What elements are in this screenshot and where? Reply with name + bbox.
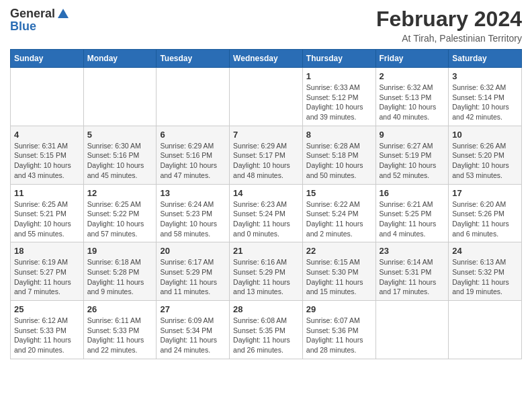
day-info: Sunrise: 6:25 AM Sunset: 5:21 PM Dayligh… (14, 199, 80, 239)
day-number: 13 (160, 188, 226, 198)
day-number: 25 (14, 304, 80, 314)
calendar-cell: 3Sunrise: 6:32 AM Sunset: 5:14 PM Daylig… (449, 68, 522, 126)
day-number: 27 (160, 304, 226, 314)
day-number: 26 (87, 304, 153, 314)
day-number: 16 (380, 188, 445, 198)
calendar-cell: 22Sunrise: 6:15 AM Sunset: 5:30 PM Dayli… (302, 242, 375, 301)
day-info: Sunrise: 6:26 AM Sunset: 5:20 PM Dayligh… (452, 141, 518, 181)
calendar-body: 1Sunrise: 6:33 AM Sunset: 5:12 PM Daylig… (11, 68, 522, 359)
calendar-cell: 1Sunrise: 6:33 AM Sunset: 5:12 PM Daylig… (302, 68, 375, 126)
calendar-cell: 29Sunrise: 6:07 AM Sunset: 5:36 PM Dayli… (302, 301, 375, 359)
day-header-tuesday: Tuesday (157, 50, 230, 68)
calendar-cell (230, 68, 303, 126)
calendar-cell: 13Sunrise: 6:24 AM Sunset: 5:23 PM Dayli… (157, 184, 230, 242)
day-number: 12 (87, 188, 153, 198)
calendar-cell (449, 301, 522, 359)
day-header-friday: Friday (375, 50, 449, 68)
calendar-cell: 21Sunrise: 6:16 AM Sunset: 5:29 PM Dayli… (230, 242, 303, 301)
day-info: Sunrise: 6:17 AM Sunset: 5:29 PM Dayligh… (160, 257, 226, 297)
day-number: 10 (452, 130, 518, 140)
calendar-cell: 25Sunrise: 6:12 AM Sunset: 5:33 PM Dayli… (11, 301, 84, 359)
calendar-cell: 6Sunrise: 6:29 AM Sunset: 5:16 PM Daylig… (157, 126, 230, 184)
calendar-cell: 2Sunrise: 6:32 AM Sunset: 5:13 PM Daylig… (375, 68, 449, 126)
day-info: Sunrise: 6:32 AM Sunset: 5:14 PM Dayligh… (452, 83, 518, 122)
calendar-cell: 8Sunrise: 6:28 AM Sunset: 5:18 PM Daylig… (302, 126, 375, 184)
day-header-saturday: Saturday (449, 50, 522, 68)
day-number: 11 (14, 188, 80, 198)
calendar-cell: 10Sunrise: 6:26 AM Sunset: 5:20 PM Dayli… (449, 126, 522, 184)
calendar-cell: 27Sunrise: 6:09 AM Sunset: 5:34 PM Dayli… (157, 301, 230, 359)
calendar-cell: 12Sunrise: 6:25 AM Sunset: 5:22 PM Dayli… (83, 184, 157, 242)
header: General Blue February 2024 At Tirah, Pal… (10, 7, 522, 44)
day-number: 23 (380, 246, 445, 256)
day-number: 15 (306, 188, 372, 198)
calendar-cell: 26Sunrise: 6:11 AM Sunset: 5:33 PM Dayli… (83, 301, 157, 359)
day-header-sunday: Sunday (11, 50, 84, 68)
calendar-week-row: 4Sunrise: 6:31 AM Sunset: 5:15 PM Daylig… (11, 126, 522, 184)
logo-blue-text: Blue (10, 19, 36, 34)
calendar-header-row: SundayMondayTuesdayWednesdayThursdayFrid… (11, 50, 522, 68)
day-number: 5 (87, 130, 153, 140)
day-number: 8 (306, 130, 372, 140)
day-info: Sunrise: 6:21 AM Sunset: 5:25 PM Dayligh… (380, 199, 445, 239)
day-info: Sunrise: 6:12 AM Sunset: 5:33 PM Dayligh… (14, 316, 80, 355)
calendar-cell: 20Sunrise: 6:17 AM Sunset: 5:29 PM Dayli… (157, 242, 230, 301)
day-info: Sunrise: 6:13 AM Sunset: 5:32 PM Dayligh… (452, 257, 518, 297)
calendar-cell: 7Sunrise: 6:29 AM Sunset: 5:17 PM Daylig… (230, 126, 303, 184)
day-info: Sunrise: 6:27 AM Sunset: 5:19 PM Dayligh… (380, 141, 445, 181)
calendar-cell: 11Sunrise: 6:25 AM Sunset: 5:21 PM Dayli… (11, 184, 84, 242)
subtitle: At Tirah, Palestinian Territory (376, 33, 522, 44)
title-area: February 2024 At Tirah, Palestinian Terr… (376, 7, 522, 44)
day-info: Sunrise: 6:19 AM Sunset: 5:27 PM Dayligh… (14, 257, 80, 297)
day-number: 24 (452, 246, 518, 256)
day-number: 19 (87, 246, 153, 256)
calendar-cell: 9Sunrise: 6:27 AM Sunset: 5:19 PM Daylig… (375, 126, 449, 184)
day-info: Sunrise: 6:29 AM Sunset: 5:16 PM Dayligh… (160, 141, 226, 181)
calendar-cell: 24Sunrise: 6:13 AM Sunset: 5:32 PM Dayli… (449, 242, 522, 301)
calendar-week-row: 11Sunrise: 6:25 AM Sunset: 5:21 PM Dayli… (11, 184, 522, 242)
day-header-thursday: Thursday (302, 50, 375, 68)
day-header-wednesday: Wednesday (230, 50, 303, 68)
day-number: 3 (452, 71, 518, 81)
day-number: 9 (380, 130, 445, 140)
calendar-cell (83, 68, 157, 126)
calendar-cell: 28Sunrise: 6:08 AM Sunset: 5:35 PM Dayli… (230, 301, 303, 359)
day-info: Sunrise: 6:14 AM Sunset: 5:31 PM Dayligh… (380, 257, 445, 297)
calendar-cell: 16Sunrise: 6:21 AM Sunset: 5:25 PM Dayli… (375, 184, 449, 242)
day-number: 28 (233, 304, 299, 314)
day-number: 1 (306, 71, 372, 81)
day-number: 6 (160, 130, 226, 140)
logo: General Blue (10, 7, 70, 34)
day-info: Sunrise: 6:07 AM Sunset: 5:36 PM Dayligh… (306, 316, 372, 355)
day-info: Sunrise: 6:31 AM Sunset: 5:15 PM Dayligh… (14, 141, 80, 181)
logo-general-text: General (10, 7, 55, 21)
day-number: 7 (233, 130, 299, 140)
logo-icon (56, 7, 70, 21)
calendar-cell: 23Sunrise: 6:14 AM Sunset: 5:31 PM Dayli… (375, 242, 449, 301)
day-number: 14 (233, 188, 299, 198)
day-info: Sunrise: 6:32 AM Sunset: 5:13 PM Dayligh… (380, 83, 445, 122)
calendar-cell (11, 68, 84, 126)
calendar-cell: 4Sunrise: 6:31 AM Sunset: 5:15 PM Daylig… (11, 126, 84, 184)
day-info: Sunrise: 6:11 AM Sunset: 5:33 PM Dayligh… (87, 316, 153, 355)
calendar-table: SundayMondayTuesdayWednesdayThursdayFrid… (10, 49, 522, 359)
day-info: Sunrise: 6:09 AM Sunset: 5:34 PM Dayligh… (160, 316, 226, 355)
day-info: Sunrise: 6:30 AM Sunset: 5:16 PM Dayligh… (87, 141, 153, 181)
day-number: 22 (306, 246, 372, 256)
day-info: Sunrise: 6:29 AM Sunset: 5:17 PM Dayligh… (233, 141, 299, 181)
calendar-cell (157, 68, 230, 126)
day-number: 4 (14, 130, 80, 140)
day-number: 17 (452, 188, 518, 198)
svg-marker-0 (58, 9, 69, 18)
calendar-week-row: 18Sunrise: 6:19 AM Sunset: 5:27 PM Dayli… (11, 242, 522, 301)
day-number: 18 (14, 246, 80, 256)
day-info: Sunrise: 6:22 AM Sunset: 5:24 PM Dayligh… (306, 199, 372, 239)
calendar-cell: 19Sunrise: 6:18 AM Sunset: 5:28 PM Dayli… (83, 242, 157, 301)
day-info: Sunrise: 6:18 AM Sunset: 5:28 PM Dayligh… (87, 257, 153, 297)
day-info: Sunrise: 6:15 AM Sunset: 5:30 PM Dayligh… (306, 257, 372, 297)
day-number: 2 (380, 71, 445, 81)
calendar-week-row: 1Sunrise: 6:33 AM Sunset: 5:12 PM Daylig… (11, 68, 522, 126)
day-number: 29 (306, 304, 372, 314)
calendar-cell: 15Sunrise: 6:22 AM Sunset: 5:24 PM Dayli… (302, 184, 375, 242)
day-info: Sunrise: 6:24 AM Sunset: 5:23 PM Dayligh… (160, 199, 226, 239)
